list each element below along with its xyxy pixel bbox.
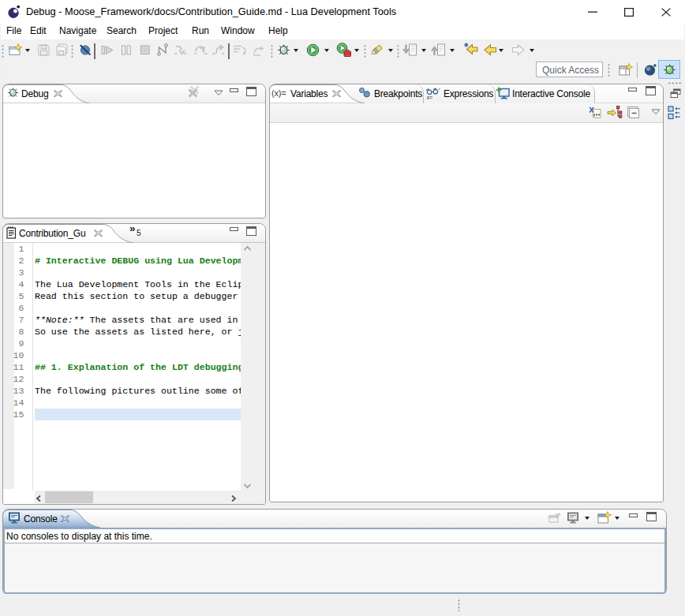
svg-text:x=: x= — [427, 95, 432, 100]
